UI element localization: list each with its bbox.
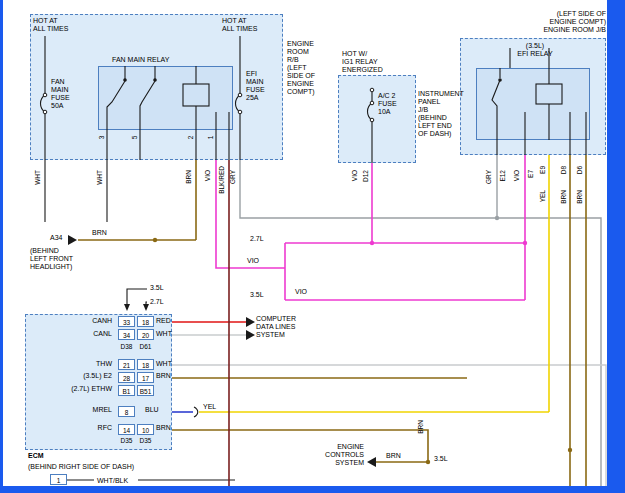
wire-color-brn: BRN	[156, 424, 171, 432]
ecm-connector-code: D38	[117, 343, 136, 350]
ecm-pin-rfc: RFC	[24, 424, 112, 432]
efi-main-fuse-label: EFI MAIN FUSE 25A	[246, 70, 265, 102]
ecm-cell: B51	[137, 385, 154, 396]
pin-label-e7: E7	[527, 170, 534, 178]
ecm-pin-e2: (3.5L) E2	[24, 372, 112, 380]
wire-color-blu: BLU	[145, 406, 159, 414]
window-frame-bottom	[0, 486, 625, 493]
vio-label-b: VIO	[295, 288, 307, 296]
window-frame-right	[607, 0, 625, 493]
ground-code-a34: A34	[50, 234, 62, 242]
pin-label-e9: E9	[539, 166, 546, 174]
ecm-cell: 10	[137, 424, 154, 435]
ecm-cell: 34	[118, 329, 135, 340]
efi-relay-label: (3.5L) EFI RELAY	[503, 42, 567, 58]
window-frame-left	[0, 0, 3, 493]
engine-controls-variant: 3.5L	[434, 455, 448, 463]
wire-label-wht-1: WHT	[34, 170, 41, 185]
ecm-connector-code: D35	[117, 437, 136, 444]
ecm-cell: 18	[137, 359, 154, 370]
engine-controls-wire-color: BRN	[386, 452, 401, 460]
relay-pin-1: 1	[207, 136, 214, 140]
computer-data-lines-ref: COMPUTER DATA LINES SYSTEM	[256, 315, 296, 339]
arrowheads	[68, 235, 376, 467]
wire-color-wht: WHT	[156, 360, 172, 368]
ecm-pin-thw: THW	[24, 360, 112, 368]
ground-caption: (BEHIND LEFT FRONT HEADLIGHT)	[30, 247, 73, 271]
relay-pin-2: 2	[187, 136, 194, 140]
wire-label-gry-2: GRY	[485, 170, 492, 184]
ecm-connector-code: D35	[136, 437, 155, 444]
ecm-cell: 18	[137, 316, 154, 327]
pin-label-d6: D6	[576, 166, 583, 174]
ecm-cell: 21	[118, 359, 135, 370]
ecm-cell: 17	[137, 372, 154, 383]
wire-wht	[172, 335, 606, 486]
engine-controls-ref: ENGINE CONTROLS SYSTEM	[308, 443, 364, 467]
wire-label-gry-1: GRY	[229, 170, 236, 184]
ecm-bottom-wire-color: WHT/BLK	[97, 477, 128, 485]
pin-label-d12: D12	[362, 170, 369, 182]
ecm-cell: 33	[118, 316, 135, 327]
engine-variant-35-label: 3.5L	[250, 291, 264, 299]
fan-main-relay-label: FAN MAIN RELAY	[112, 56, 169, 64]
instrument-panel-caption: INSTRUMENT PANEL J/B (BEHIND LEFT END OF…	[418, 90, 464, 138]
ecm-bottom-pin-1: 1	[50, 474, 67, 485]
ground-wire-color: BRN	[92, 229, 107, 237]
ecm-variant-27: 2.7L	[150, 298, 164, 306]
wire-label-brn-vertical: BRN	[417, 420, 424, 434]
wire-label-yel: YEL	[539, 190, 546, 202]
ecm-pin-ethw: (2.7L) ETHW	[24, 385, 112, 393]
engine-room-jb-caption: (LEFT SIDE OF ENGINE COMPT) ENGINE ROOM …	[498, 10, 606, 34]
junction-dot-gry	[495, 216, 499, 220]
wire-label-brn-1: BRN	[185, 170, 192, 184]
ecm-cell: 20	[137, 329, 154, 340]
wire-label-vio-1: VIO	[204, 170, 211, 181]
wire-label-vio-d12: VIO	[351, 170, 358, 181]
engine-room-rb-caption: ENGINE ROOM R/B (LEFT SIDE OF ENGINE COM…	[287, 40, 315, 96]
wire-color-wht: WHT	[156, 330, 172, 338]
ecm-caption: (BEHIND RIGHT SIDE OF DASH)	[28, 463, 134, 471]
wire-label-brn-d8: BRN	[560, 190, 567, 204]
wire-color-red: RED	[156, 317, 171, 325]
hot-ig1-label: HOT W/ IG1 RELAY ENERGIZED	[342, 50, 383, 74]
ecm-cell: B1	[118, 385, 135, 396]
ecm-cell: 28	[118, 372, 135, 383]
engine-variant-27-label: 2.7L	[250, 235, 264, 243]
fan-main-fuse-label: FAN MAIN FUSE 50A	[51, 78, 70, 110]
relay-pin-5: 5	[131, 136, 138, 140]
relay-pin-3: 3	[98, 136, 105, 140]
wire-vio	[216, 155, 525, 300]
wire-label-brn-d6: BRN	[576, 190, 583, 204]
ecm-variant-35: 3.5L	[150, 284, 164, 292]
ecm-pin-mrel: MREL	[24, 406, 112, 414]
ecm-name: ECM	[28, 452, 44, 460]
ecm-cell: 14	[118, 424, 135, 435]
wire-color-yel: YEL	[203, 403, 216, 411]
wire-label-wht-2: WHT	[96, 170, 103, 185]
wire-label-blkred: BLK/RED	[218, 166, 225, 194]
ecm-pin-canh: CANH	[24, 317, 112, 325]
ecm-connector-code: D61	[136, 343, 155, 350]
pin-label-d8: D8	[560, 166, 567, 174]
wire-label-vio-2: VIO	[513, 170, 520, 181]
vio-label-a: VIO	[247, 257, 259, 265]
ecm-pin-canl: CANL	[24, 330, 112, 338]
hot-at-all-times-2: HOT AT ALL TIMES	[222, 17, 257, 33]
wire-color-brn: BRN	[156, 372, 171, 380]
pin-label-e12: E12	[499, 170, 506, 182]
ecm-cell: 8	[118, 406, 135, 417]
wiring-diagram-page: HOT AT ALL TIMES HOT AT ALL TIMES FAN MA…	[0, 0, 625, 493]
ac2-fuse-label: A/C 2 FUSE 10A	[378, 92, 397, 116]
hot-at-all-times-1: HOT AT ALL TIMES	[33, 17, 68, 33]
